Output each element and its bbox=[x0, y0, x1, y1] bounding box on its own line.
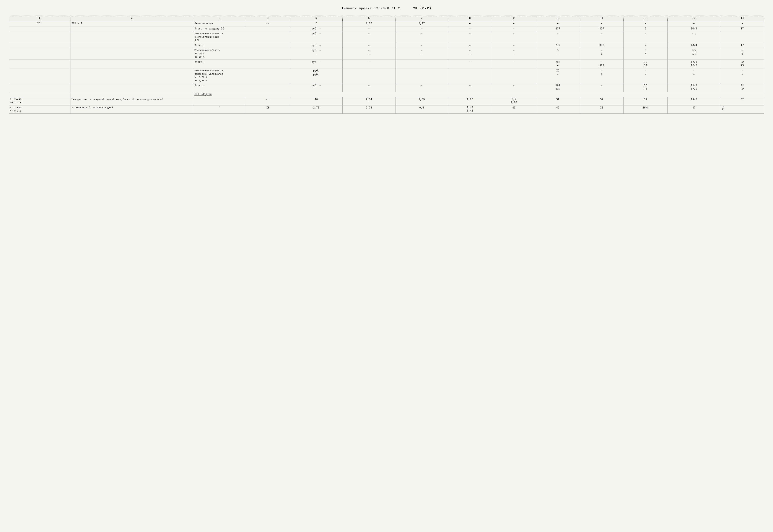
col-header-11: II bbox=[580, 16, 624, 21]
subtitle-text: УШ (б-2) bbox=[413, 6, 431, 10]
cell-r1-c7: 2,89 bbox=[395, 97, 448, 105]
cell-uvel-mat-c11: –– bbox=[624, 68, 668, 83]
cell-row15-c13: – bbox=[668, 21, 720, 26]
cell-row15-c7: 0,I7 bbox=[395, 21, 448, 26]
table-row: Итого: руб. – – – – – 282– –323 IOII I2/… bbox=[9, 60, 764, 68]
cell-itogo2a-c7: – bbox=[448, 60, 492, 68]
cell-itogo2a-c1 bbox=[9, 60, 70, 68]
cell-uvel-mat-c2 bbox=[70, 68, 193, 83]
cell-uvel-zp-c7: –– bbox=[448, 48, 492, 60]
cell-r3-c14: 755 bbox=[720, 105, 764, 113]
cell-itogo1a-c13: I7 bbox=[720, 43, 764, 48]
cell-itogo1a-c4: руб. – bbox=[290, 43, 343, 48]
cell-itogo3-c5: – bbox=[343, 83, 395, 92]
cell-itogo2-c7: – bbox=[448, 26, 492, 31]
cell-row15-c11: – bbox=[580, 21, 624, 26]
cell-uvel-zp-c8: –– bbox=[492, 48, 536, 60]
col-header-2: 2 bbox=[70, 16, 193, 21]
cell-itogo2a-c6: – bbox=[395, 60, 448, 68]
cell-uvel-mat-c5 bbox=[343, 68, 395, 83]
cell-itogo1a-c2 bbox=[70, 43, 193, 48]
cell-lodzh-header-c1 bbox=[9, 92, 70, 97]
cell-uvel-exp-c13 bbox=[720, 31, 764, 43]
cell-uvel-zp-c11: 34 bbox=[624, 48, 668, 60]
cell-uvel-zp-c5: –– bbox=[343, 48, 395, 60]
cell-itogo2a-c10: –323 bbox=[580, 60, 624, 68]
cell-itogo2a-c12: I2/6I2/6 bbox=[668, 60, 720, 68]
table-row: 3. 7–66047–8–I.8 Установка к.б. экранов … bbox=[9, 105, 764, 113]
cell-row15-c4: кт bbox=[246, 21, 290, 26]
col-header-8: 8 bbox=[448, 16, 492, 21]
cell-itogo2-c5: – bbox=[343, 26, 395, 31]
cell-itogo2a-c11: IOII bbox=[624, 60, 668, 68]
page-title: Типовой проект I25-046 /I.2 УШ (б-2) bbox=[9, 6, 764, 10]
cell-lodzh-header-c2 bbox=[70, 92, 193, 97]
cell-uvel-exp-c5: – bbox=[343, 31, 395, 43]
table-row: Итого по разделу II: руб. – – – – – 277 … bbox=[9, 26, 764, 31]
main-table: I 2 3 4 5 6 7 8 9 IO II I2 I3 I4 I5. ЗСШ… bbox=[9, 16, 764, 114]
col-header-12: I2 bbox=[624, 16, 668, 21]
cell-itogo2-c2 bbox=[70, 26, 193, 31]
cell-r3-c6: 2,74 bbox=[343, 105, 395, 113]
cell-r1-c5: I8 bbox=[290, 97, 343, 105]
cell-itogo2a-c2 bbox=[70, 60, 193, 68]
cell-itogo2a-c3: Итого: bbox=[193, 60, 290, 68]
cell-uvel-zp-c1 bbox=[9, 48, 70, 60]
cell-itogo2-c3: Итого по разделу II: bbox=[193, 26, 290, 31]
cell-row15-c5: 2 bbox=[290, 21, 343, 26]
cell-itogo2-c8: – bbox=[492, 26, 536, 31]
cell-r1-c8: I,06 bbox=[448, 97, 492, 105]
cell-uvel-exp-c9: – bbox=[536, 31, 580, 43]
cell-r1-c11: 52 bbox=[580, 97, 624, 105]
cell-itogo2-c1 bbox=[9, 26, 70, 31]
col-header-4: 4 bbox=[246, 16, 290, 21]
cell-uvel-exp-c11: – bbox=[624, 31, 668, 43]
cell-uvel-mat-c4: руб.руб. bbox=[290, 68, 343, 83]
cell-uvel-exp-c12: – . bbox=[668, 31, 720, 43]
col-header-7: 7 bbox=[395, 16, 448, 21]
cell-r3-c11: II bbox=[580, 105, 624, 113]
cell-uvel-zp-c2 bbox=[70, 48, 193, 60]
cell-uvel-mat-c9: IO– bbox=[536, 68, 580, 83]
cell-uvel-exp-c6: – bbox=[395, 31, 448, 43]
cell-uvel-mat-c1 bbox=[9, 68, 70, 83]
cell-row15-c2: ЗСШ т.I bbox=[70, 21, 193, 26]
col-header-1: I bbox=[9, 16, 70, 21]
cell-itogo3-c13: 2222 bbox=[720, 83, 764, 92]
cell-uvel-exp-c1 bbox=[9, 31, 70, 43]
cell-row15-c14: – bbox=[720, 21, 764, 26]
table-row: Увеличение стоимостипривозных материалов… bbox=[9, 68, 764, 83]
cell-itogo3-c3: Итого: bbox=[193, 83, 290, 92]
cell-itogo2a-c8: – bbox=[492, 60, 536, 68]
cell-uvel-zp-c3: Увеличение з/платына 40 %на 60 % bbox=[193, 48, 290, 60]
table-row: I. 7–44839–I–I.8 Укладка плит перекрытий… bbox=[9, 97, 764, 105]
cell-itogo3-c2 bbox=[70, 83, 193, 92]
cell-uvel-exp-c3: Увеличение стоимостиэксплуатации машин5 … bbox=[193, 31, 290, 43]
cell-itogo3-c12: I2/6I2/6 bbox=[668, 83, 720, 92]
cell-r3-c4: I8 bbox=[246, 105, 290, 113]
table-row: Итого: руб. – – – – – 277 3I7 7 IO/4 I7 bbox=[9, 43, 764, 48]
cell-r3-c1: 3. 7–66047–8–I.8 bbox=[9, 105, 70, 113]
cell-r1-c10: 5I bbox=[536, 97, 580, 105]
col-header-14: I4 bbox=[720, 16, 764, 21]
cell-itogo2a-c13: 2223 bbox=[720, 60, 764, 68]
cell-row15-c6: 0,I7 bbox=[343, 21, 395, 26]
table-row: I5. ЗСШ т.I Металлизация кт 2 0,I7 0,I7 … bbox=[9, 21, 764, 26]
cell-itogo2a-c4: руб. – bbox=[290, 60, 343, 68]
cell-r1-c14: 32 bbox=[720, 97, 764, 105]
cell-r1-c3 bbox=[193, 97, 246, 105]
cell-uvel-zp-c4: руб. –– bbox=[290, 48, 343, 60]
cell-itogo3-c6: – bbox=[395, 83, 448, 92]
cell-itogo1a-c11: 7 bbox=[624, 43, 668, 48]
cell-row15-c10: – bbox=[536, 21, 580, 26]
cell-uvel-mat-c13: –– bbox=[720, 68, 764, 83]
cell-itogo1a-c1 bbox=[9, 43, 70, 48]
cell-r1-c9: 0,70,26 bbox=[492, 97, 536, 105]
col-header-13: I3 bbox=[668, 16, 720, 21]
cell-r3-c7: 0,6 bbox=[395, 105, 448, 113]
cell-r3-c12: 26/8 bbox=[624, 105, 668, 113]
cell-r3-c10: 49 bbox=[536, 105, 580, 113]
cell-itogo2-c13: I7 bbox=[720, 26, 764, 31]
cell-r3-c5: 2,7I bbox=[290, 105, 343, 113]
cell-uvel-zp-c9: 5– bbox=[536, 48, 580, 60]
